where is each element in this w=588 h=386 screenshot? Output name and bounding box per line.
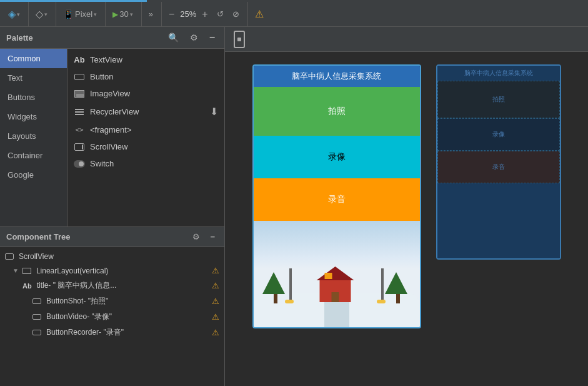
widget-switch-label: Switch bbox=[90, 159, 114, 168]
textview-icon: Ab bbox=[74, 56, 85, 64]
secondary-btn-audio: 录音 bbox=[437, 151, 560, 183]
progress-bar bbox=[0, 0, 147, 2]
widget-scrollview[interactable]: ScrollView bbox=[67, 138, 224, 155]
canvas-body: 脑卒中病人信息采集系统 拍照 录像 录音 bbox=[225, 52, 588, 386]
tree-buttonshot-icon bbox=[32, 298, 41, 304]
house-door bbox=[331, 292, 339, 302]
tree-buttonrecorder-label: ButtonRecorder- "录音" bbox=[46, 327, 124, 338]
fragment-icon: <> bbox=[74, 126, 85, 135]
widget-switch[interactable]: Switch bbox=[67, 155, 224, 172]
widget-recyclerview[interactable]: RecyclerView ⬇ bbox=[67, 102, 224, 121]
tree-item-title[interactable]: Ab title- " 脑卒中病人信息... ⚠ bbox=[0, 278, 224, 293]
zoom-group: − 25% + ↺ ⊘ bbox=[166, 2, 248, 26]
tree-scrollview-label: ScrollView bbox=[19, 252, 54, 261]
secondary-btn-video: 录像 bbox=[437, 118, 560, 151]
widget-fragment[interactable]: <> <fragment> bbox=[67, 121, 224, 138]
shape-chevron-icon: ▾ bbox=[44, 11, 47, 18]
tree-linearlayout-warn-icon: ⚠ bbox=[212, 266, 219, 275]
canvas-toolbar bbox=[225, 27, 588, 52]
warning-group: ⚠ bbox=[252, 2, 272, 26]
canvas-phone-button[interactable] bbox=[230, 28, 249, 51]
no-camera-icon: ⊘ bbox=[232, 9, 239, 19]
left-panel: Palette 🔍 ⚙ − Common Text bbox=[0, 27, 225, 386]
canvas-phone-icon bbox=[234, 31, 245, 48]
palette-search-icon: 🔍 bbox=[168, 33, 179, 43]
tree-title-warn-icon: ⚠ bbox=[212, 281, 219, 290]
warning-icon: ⚠ bbox=[255, 8, 264, 20]
layer-button[interactable]: ◈ ▾ bbox=[5, 7, 23, 21]
tree-trunk-right bbox=[396, 294, 400, 303]
widget-scrollview-label: ScrollView bbox=[90, 142, 127, 151]
shape-button[interactable]: ◇ ▾ bbox=[32, 7, 51, 21]
more-button[interactable]: » bbox=[146, 8, 156, 20]
sidebar-item-widgets[interactable]: Widgets bbox=[0, 107, 67, 126]
tree-buttonshot-label: ButtonShot- "拍照" bbox=[46, 296, 108, 307]
shape-icon: ◇ bbox=[36, 8, 43, 20]
tree-settings-button[interactable]: ⚙ bbox=[189, 231, 203, 243]
tree-item-scrollview[interactable]: ScrollView bbox=[0, 250, 224, 263]
palette-minimize-button[interactable]: − bbox=[206, 31, 218, 44]
component-tree-section: Component Tree ⚙ − ScrollView ▼ bbox=[0, 227, 224, 386]
widget-button-label: Button bbox=[90, 72, 114, 81]
btn-record-audio[interactable]: 录音 bbox=[254, 178, 420, 221]
btn-record-video[interactable]: 录像 bbox=[254, 136, 420, 178]
secondary-device-title: 脑卒中病人信息采集系统 bbox=[437, 66, 560, 81]
palette-body: Common Text Buttons Widgets Layouts Cont… bbox=[0, 49, 224, 226]
tree-left bbox=[266, 272, 285, 303]
tree-item-buttonshot[interactable]: ButtonShot- "拍照" ⚠ bbox=[0, 293, 224, 309]
palette-header: Palette 🔍 ⚙ − bbox=[0, 27, 224, 49]
palette-search-button[interactable]: 🔍 bbox=[165, 31, 182, 44]
switch-icon bbox=[74, 160, 85, 168]
lamp-post-left bbox=[288, 268, 294, 303]
sidebar-item-google[interactable]: Google bbox=[0, 165, 67, 185]
widget-textview[interactable]: Ab TextView bbox=[67, 51, 224, 68]
api-button[interactable]: ▶ 30 ▾ bbox=[109, 8, 136, 20]
zoom-in-icon: + bbox=[202, 9, 207, 20]
sidebar-item-container[interactable]: Container bbox=[0, 146, 67, 165]
widget-button[interactable]: Button bbox=[67, 68, 224, 85]
tree-minimize-button[interactable]: − bbox=[207, 231, 218, 243]
widget-imageview[interactable]: ImageView bbox=[67, 85, 224, 102]
tree-top-left bbox=[262, 272, 285, 294]
tree-buttonrecorder-icon bbox=[32, 330, 41, 335]
tree-trunk-left bbox=[274, 294, 277, 303]
zoom-percent: 25% bbox=[180, 9, 196, 19]
zoom-out-icon: − bbox=[169, 9, 174, 20]
house-roof bbox=[316, 267, 354, 280]
recyclerview-icon bbox=[74, 108, 85, 116]
primary-device-title: 脑卒中病人信息采集系统 bbox=[254, 66, 420, 87]
tree-header-icons: ⚙ − bbox=[189, 231, 218, 243]
refresh-icon: ↺ bbox=[217, 9, 224, 19]
device-label: Pixel bbox=[75, 9, 92, 19]
palette-settings-button[interactable]: ⚙ bbox=[187, 31, 201, 44]
sidebar-item-common[interactable]: Common bbox=[0, 49, 67, 68]
device-button[interactable]: 📱 Pixel ▾ bbox=[60, 8, 100, 21]
palette-header-icons: 🔍 ⚙ − bbox=[165, 31, 218, 44]
tree-item-buttonrecorder[interactable]: ButtonRecorder- "录音" ⚠ bbox=[0, 325, 224, 340]
tree-scrollview-icon bbox=[5, 253, 14, 260]
sidebar-item-buttons[interactable]: Buttons bbox=[0, 88, 67, 107]
sidebar-item-text[interactable]: Text bbox=[0, 68, 67, 88]
tree-minimize-icon: − bbox=[210, 232, 215, 241]
tree-right bbox=[389, 272, 407, 303]
tree-buttonvideo-warn-icon: ⚠ bbox=[212, 312, 219, 322]
tree-buttonvideo-label: ButtonVideo- "录像" bbox=[46, 312, 112, 322]
download-icon: ⬇ bbox=[210, 106, 218, 118]
refresh-button[interactable]: ↺ bbox=[214, 8, 227, 20]
zoom-in-button[interactable]: + bbox=[199, 8, 211, 21]
button-icon bbox=[74, 73, 85, 81]
tree-item-buttonvideo[interactable]: ButtonVideo- "录像" ⚠ bbox=[0, 309, 224, 325]
shape-group: ◇ ▾ bbox=[32, 2, 56, 26]
widget-recyclerview-label: RecyclerView bbox=[90, 107, 139, 116]
layer-icon: ◈ bbox=[8, 8, 16, 20]
category-sidebar: Common Text Buttons Widgets Layouts Cont… bbox=[0, 49, 67, 226]
widget-imageview-label: ImageView bbox=[90, 89, 130, 98]
tree-item-linearlayout[interactable]: ▼ LinearLayout(vertical) ⚠ bbox=[0, 263, 224, 278]
btn-take-photo[interactable]: 拍照 bbox=[254, 87, 420, 136]
sidebar-item-layouts[interactable]: Layouts bbox=[0, 126, 67, 146]
component-tree-title: Component Tree bbox=[6, 232, 71, 241]
no-camera-button[interactable]: ⊘ bbox=[229, 8, 242, 20]
warning-button[interactable]: ⚠ bbox=[252, 7, 267, 21]
zoom-out-button[interactable]: − bbox=[166, 8, 177, 21]
scrollview-icon bbox=[74, 143, 85, 151]
